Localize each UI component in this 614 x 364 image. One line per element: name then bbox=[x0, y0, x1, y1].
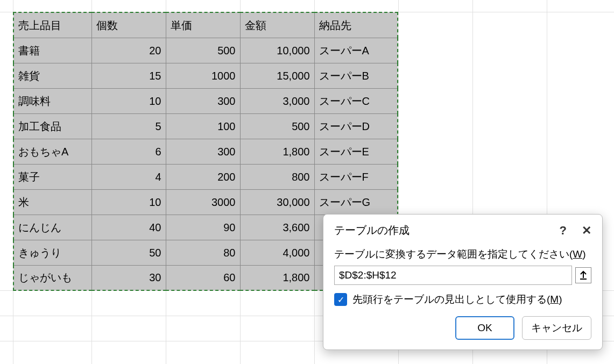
header-dest[interactable]: 納品先 bbox=[314, 12, 398, 38]
dialog-title: テーブルの作成 bbox=[334, 223, 410, 238]
table-row: 書籍 20 500 10,000 スーパーA bbox=[13, 38, 398, 63]
checkbox-checked-icon[interactable]: ✓ bbox=[334, 293, 347, 306]
header-row-checkbox-row[interactable]: ✓ 先頭行をテーブルの見出しとして使用する(M) bbox=[334, 292, 591, 306]
header-unit[interactable]: 単価 bbox=[166, 12, 240, 38]
table-row: 雑貨 15 1000 15,000 スーパーB bbox=[13, 63, 398, 88]
header-qty[interactable]: 個数 bbox=[91, 12, 166, 38]
collapse-dialog-icon[interactable] bbox=[575, 267, 591, 283]
table-row: 米 10 3000 30,000 スーパーG bbox=[13, 189, 398, 215]
table-row: おもちゃA 6 300 1,800 スーパーE bbox=[13, 139, 398, 164]
table-row: 菓子 4 200 800 スーパーF bbox=[13, 164, 398, 189]
spreadsheet-area: 売上品目 個数 単価 金額 納品先 書籍 20 500 10,000 スーパーA… bbox=[0, 0, 614, 364]
table-header-row: 売上品目 個数 単価 金額 納品先 bbox=[13, 12, 398, 38]
cancel-button[interactable]: キャンセル bbox=[522, 316, 591, 340]
table-row: 調味料 10 300 3,000 スーパーC bbox=[13, 88, 398, 113]
help-icon[interactable]: ? bbox=[560, 224, 567, 238]
header-amount[interactable]: 金額 bbox=[240, 12, 314, 38]
table-row: 加工食品 5 100 500 スーパーD bbox=[13, 113, 398, 139]
dialog-titlebar: テーブルの作成 ? ✕ bbox=[334, 223, 591, 238]
checkbox-label: 先頭行をテーブルの見出しとして使用する(M) bbox=[352, 292, 562, 306]
header-item[interactable]: 売上品目 bbox=[13, 12, 91, 38]
create-table-dialog: テーブルの作成 ? ✕ テーブルに変換するデータ範囲を指定してください(W) ✓… bbox=[323, 214, 603, 350]
ok-button[interactable]: OK bbox=[455, 316, 514, 340]
range-label: テーブルに変換するデータ範囲を指定してください(W) bbox=[334, 247, 591, 261]
close-icon[interactable]: ✕ bbox=[582, 224, 591, 238]
range-input[interactable] bbox=[334, 266, 572, 285]
